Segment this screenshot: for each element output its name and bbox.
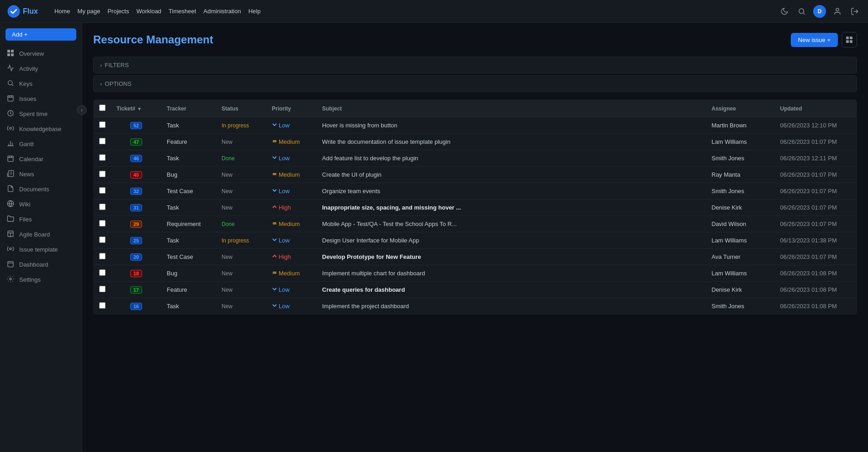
ticket-cell-10[interactable]: 17 bbox=[111, 282, 161, 298]
ticket-cell-6[interactable]: 29 bbox=[111, 216, 161, 232]
table-row[interactable]: 31TaskNewHighInappropriate size, spacing… bbox=[94, 200, 857, 216]
sidebar-item-overview[interactable]: Overview bbox=[0, 46, 82, 61]
nav-link-projects[interactable]: Projects bbox=[105, 6, 132, 16]
row-checkbox-cell-4[interactable] bbox=[94, 183, 111, 200]
ticket-cell-2[interactable]: 46 bbox=[111, 150, 161, 167]
sidebar-item-news[interactable]: News bbox=[0, 167, 82, 182]
sidebar-item-spent-time[interactable]: Spent time bbox=[0, 106, 82, 121]
user-profile-button[interactable] bbox=[831, 5, 843, 17]
sidebar-item-dashboard[interactable]: Dashboard bbox=[0, 257, 82, 272]
row-checkbox-cell-0[interactable] bbox=[94, 117, 111, 134]
row-checkbox-cell-7[interactable] bbox=[94, 232, 111, 249]
select-all-header[interactable] bbox=[94, 100, 111, 117]
table-row[interactable]: 25TaskIn progressLowDesign User Interfac… bbox=[94, 232, 857, 249]
subject-cell-1[interactable]: Write the documentation of issue templat… bbox=[317, 134, 706, 150]
table-row[interactable]: 18BugNewMediumImplement multiple chart f… bbox=[94, 265, 857, 282]
ticket-cell-1[interactable]: 47 bbox=[111, 134, 161, 150]
table-row[interactable]: 47FeatureNewMediumWrite the documentatio… bbox=[94, 134, 857, 150]
ticket-cell-5[interactable]: 31 bbox=[111, 200, 161, 216]
table-row[interactable]: 20Test CaseNewHighDevelop Prototype for … bbox=[94, 249, 857, 265]
table-row[interactable]: 29RequirementDoneMediumMobile App - Test… bbox=[94, 216, 857, 232]
page-actions: New issue + bbox=[791, 32, 857, 47]
table-row[interactable]: 46TaskDoneLowAdd feature list to develop… bbox=[94, 150, 857, 167]
subject-cell-3[interactable]: Create the UI of plugin bbox=[317, 167, 706, 183]
sidebar-item-issue-template[interactable]: Issue template bbox=[0, 242, 82, 257]
ticket-cell-7[interactable]: 25 bbox=[111, 232, 161, 249]
nav-link-my-page[interactable]: My page bbox=[75, 6, 103, 16]
row-checkbox-cell-2[interactable] bbox=[94, 150, 111, 167]
row-checkbox-cell-6[interactable] bbox=[94, 216, 111, 232]
table-row[interactable]: 52TaskIn progressLowHover is missing fro… bbox=[94, 117, 857, 134]
logout-button[interactable] bbox=[849, 5, 861, 17]
row-checkbox-9[interactable] bbox=[99, 269, 106, 276]
row-checkbox-5[interactable] bbox=[99, 204, 106, 210]
row-checkbox-10[interactable] bbox=[99, 286, 106, 292]
row-checkbox-2[interactable] bbox=[99, 154, 106, 161]
row-checkbox-6[interactable] bbox=[99, 220, 106, 226]
col-header-ticket[interactable]: Ticket#▼ bbox=[111, 100, 161, 117]
subject-cell-6[interactable]: Mobile App - Test/QA - Test the School A… bbox=[317, 216, 706, 232]
ticket-cell-0[interactable]: 52 bbox=[111, 117, 161, 134]
theme-toggle-button[interactable] bbox=[778, 5, 790, 17]
table-row[interactable]: 16TaskNewLowImplement the project dashbo… bbox=[94, 298, 857, 315]
row-checkbox-0[interactable] bbox=[99, 121, 106, 128]
nav-link-timesheet[interactable]: Timesheet bbox=[166, 6, 199, 16]
add-button[interactable]: Add + bbox=[5, 28, 76, 41]
nav-link-workload[interactable]: Workload bbox=[133, 6, 164, 16]
subject-cell-5[interactable]: Inappropriate size, spacing, and missing… bbox=[317, 200, 706, 216]
filters-bar[interactable]: › FILTERS bbox=[93, 57, 857, 74]
sidebar-item-keys[interactable]: Keys bbox=[0, 76, 82, 91]
table-row[interactable]: 32Test CaseNewLowOrganize team eventsSmi… bbox=[94, 183, 857, 200]
select-all-checkbox[interactable] bbox=[99, 105, 106, 111]
new-issue-button[interactable]: New issue + bbox=[791, 33, 838, 47]
row-checkbox-cell-11[interactable] bbox=[94, 298, 111, 315]
grid-view-button[interactable] bbox=[842, 32, 857, 47]
app-logo[interactable]: Flux bbox=[7, 5, 38, 18]
ticket-cell-8[interactable]: 20 bbox=[111, 249, 161, 265]
sidebar-item-calendar[interactable]: Calendar bbox=[0, 152, 82, 167]
search-button[interactable] bbox=[796, 5, 808, 17]
table-row[interactable]: 17FeatureNewLowCreate queries for dashbo… bbox=[94, 282, 857, 298]
row-checkbox-8[interactable] bbox=[99, 253, 106, 259]
sidebar-item-knowledgebase[interactable]: Knowledgebase bbox=[0, 121, 82, 137]
ticket-cell-3[interactable]: 45 bbox=[111, 167, 161, 183]
sidebar-item-gantt[interactable]: Gantt bbox=[0, 137, 82, 152]
user-avatar[interactable]: D bbox=[813, 5, 826, 18]
row-checkbox-cell-3[interactable] bbox=[94, 167, 111, 183]
sidebar-collapse-button[interactable]: ‹ bbox=[77, 105, 87, 115]
ticket-cell-4[interactable]: 32 bbox=[111, 183, 161, 200]
subject-cell-0[interactable]: Hover is missing from button bbox=[317, 117, 706, 134]
row-checkbox-cell-9[interactable] bbox=[94, 265, 111, 282]
row-checkbox-3[interactable] bbox=[99, 171, 106, 177]
options-bar[interactable]: › OPTIONS bbox=[93, 75, 857, 92]
sidebar-item-activity[interactable]: Activity bbox=[0, 61, 82, 76]
row-checkbox-4[interactable] bbox=[99, 187, 106, 194]
sidebar-item-documents[interactable]: Documents bbox=[0, 182, 82, 197]
row-checkbox-7[interactable] bbox=[99, 237, 106, 243]
table-row[interactable]: 45BugNewMediumCreate the UI of pluginRay… bbox=[94, 167, 857, 183]
subject-cell-7[interactable]: Design User Interface for Mobile App bbox=[317, 232, 706, 249]
subject-cell-2[interactable]: Add feature list to develop the plugin bbox=[317, 150, 706, 167]
sidebar-item-issues[interactable]: Issues bbox=[0, 91, 82, 106]
row-checkbox-11[interactable] bbox=[99, 302, 106, 309]
nav-link-help[interactable]: Help bbox=[246, 6, 264, 16]
row-checkbox-1[interactable] bbox=[99, 138, 106, 144]
subject-cell-11[interactable]: Implement the project dashboard bbox=[317, 298, 706, 315]
ticket-cell-11[interactable]: 16 bbox=[111, 298, 161, 315]
row-checkbox-cell-5[interactable] bbox=[94, 200, 111, 216]
sidebar-item-agile-board[interactable]: Agile Board bbox=[0, 227, 82, 242]
sidebar-item-files[interactable]: Files bbox=[0, 212, 82, 227]
nav-link-administration[interactable]: Administration bbox=[201, 6, 243, 16]
subject-cell-4[interactable]: Organize team events bbox=[317, 183, 706, 200]
status-cell-5: New bbox=[216, 200, 266, 216]
sidebar-item-wiki[interactable]: Wiki bbox=[0, 197, 82, 212]
sidebar-item-settings[interactable]: Settings bbox=[0, 272, 82, 287]
nav-link-home[interactable]: Home bbox=[52, 6, 73, 16]
ticket-cell-9[interactable]: 18 bbox=[111, 265, 161, 282]
row-checkbox-cell-1[interactable] bbox=[94, 134, 111, 150]
subject-cell-10[interactable]: Create queries for dashboard bbox=[317, 282, 706, 298]
row-checkbox-cell-8[interactable] bbox=[94, 249, 111, 265]
subject-cell-9[interactable]: Implement multiple chart for dashboard bbox=[317, 265, 706, 282]
subject-cell-8[interactable]: Develop Prototype for New Feature bbox=[317, 249, 706, 265]
row-checkbox-cell-10[interactable] bbox=[94, 282, 111, 298]
